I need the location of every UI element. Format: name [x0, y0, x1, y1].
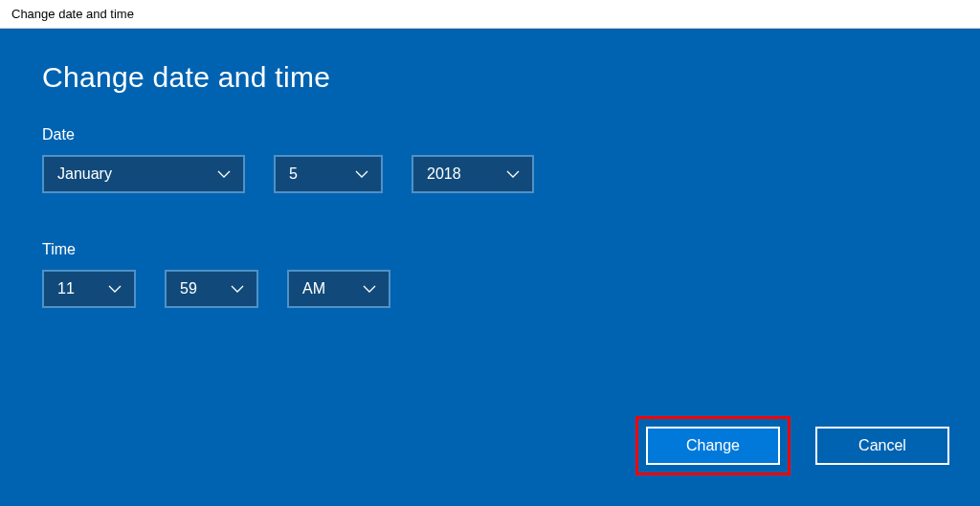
minute-dropdown[interactable]: 59 — [165, 270, 258, 308]
hour-value: 11 — [57, 280, 75, 297]
month-dropdown[interactable]: January — [42, 155, 245, 193]
day-value: 5 — [289, 165, 298, 183]
time-label: Time — [42, 241, 938, 258]
cancel-button[interactable]: Cancel — [815, 427, 949, 465]
page-title: Change date and time — [42, 61, 938, 94]
dialog-content: Change date and time Date January 5 2018… — [0, 29, 980, 506]
year-dropdown[interactable]: 2018 — [412, 155, 534, 193]
date-row: January 5 2018 — [42, 155, 938, 193]
change-button[interactable]: Change — [646, 427, 780, 465]
highlight-annotation: Change — [635, 416, 791, 475]
time-row: 11 59 AM — [42, 270, 938, 308]
chevron-down-icon — [354, 166, 369, 182]
chevron-down-icon — [230, 281, 245, 297]
minute-value: 59 — [180, 280, 197, 297]
chevron-down-icon — [505, 166, 521, 182]
cancel-button-label: Cancel — [858, 437, 906, 454]
change-button-label: Change — [686, 437, 740, 454]
hour-dropdown[interactable]: 11 — [42, 270, 136, 308]
titlebar: Change date and time — [0, 0, 980, 29]
ampm-dropdown[interactable]: AM — [287, 270, 390, 308]
chevron-down-icon — [107, 281, 122, 297]
chevron-down-icon — [362, 281, 377, 297]
ampm-value: AM — [302, 280, 325, 297]
year-value: 2018 — [427, 165, 461, 183]
month-value: January — [57, 165, 112, 183]
date-label: Date — [42, 126, 938, 143]
chevron-down-icon — [216, 166, 232, 182]
window-title: Change date and time — [11, 7, 134, 21]
day-dropdown[interactable]: 5 — [274, 155, 383, 193]
button-row: Change Cancel — [635, 416, 949, 475]
